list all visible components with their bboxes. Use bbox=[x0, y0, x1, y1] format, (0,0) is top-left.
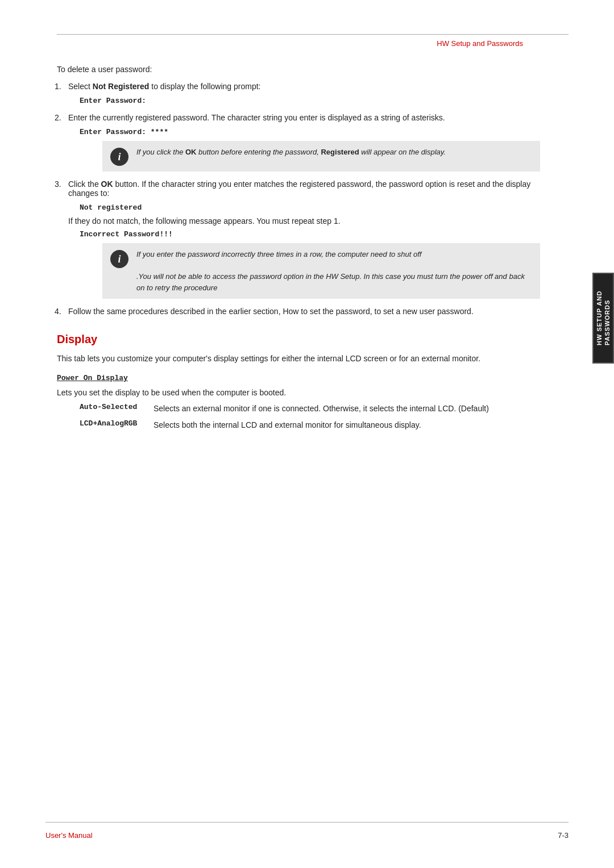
step-2-text: Enter the currently registered password.… bbox=[68, 113, 540, 122]
step-2-code: Enter Password: **** bbox=[80, 128, 540, 136]
info-icon-2: i bbox=[110, 250, 128, 268]
step-3-subtext: If they do not match, the following mess… bbox=[68, 216, 540, 226]
step-1: Select Not Registered to display the fol… bbox=[68, 82, 540, 105]
display-section-body: This tab lets you customize your compute… bbox=[57, 353, 540, 365]
page-container: HW Setup and Passwords HW SETUP ANDPASSW… bbox=[0, 0, 614, 868]
display-section-title: Display bbox=[57, 333, 540, 346]
incorrect-password-code: Incorrect Password!!! bbox=[80, 230, 540, 239]
step-1-bold: Not Registered bbox=[93, 82, 150, 91]
note-2-text: If you enter the password incorrectly th… bbox=[136, 249, 532, 293]
option-key-2: LCD+AnalogRGB bbox=[80, 419, 154, 428]
option-desc-2: Selects both the internal LCD and extern… bbox=[154, 419, 421, 431]
step-4: Follow the same procedures described in … bbox=[68, 307, 540, 316]
header-title: HW Setup and Passwords bbox=[57, 39, 569, 48]
info-icon-1: i bbox=[110, 148, 128, 166]
step-1-text: Select Not Registered to display the fol… bbox=[68, 82, 540, 91]
intro-text: To delete a user password: bbox=[57, 65, 540, 74]
power-on-display-title: Power On Display bbox=[57, 374, 540, 382]
main-content: To delete a user password: Select Not Re… bbox=[57, 65, 569, 431]
header-line bbox=[57, 34, 569, 35]
option-desc-1: Selects an external monitor if one is co… bbox=[154, 403, 489, 415]
step-3-text: Click the OK button. If the character st… bbox=[68, 180, 540, 198]
note-1-text: If you click the OK button before enteri… bbox=[136, 147, 446, 158]
options-table: Auto-Selected Selects an external monito… bbox=[80, 403, 540, 431]
note-1-italic: If you click the OK button before enteri… bbox=[136, 148, 446, 156]
footer-right: 7-3 bbox=[558, 831, 569, 840]
footer-line bbox=[45, 822, 569, 823]
note-box-1: i If you click the OK button before ente… bbox=[102, 141, 540, 172]
option-row-2: LCD+AnalogRGB Selects both the internal … bbox=[80, 419, 540, 431]
step-1-code: Enter Password: bbox=[80, 97, 540, 105]
step-4-text: Follow the same procedures described in … bbox=[68, 307, 540, 316]
power-on-display-intro: Lets you set the display to be used when… bbox=[57, 388, 540, 397]
steps-list: Select Not Registered to display the fol… bbox=[68, 82, 540, 316]
note-box-2: i If you enter the password incorrectly … bbox=[102, 243, 540, 299]
side-tab: HW SETUP ANDPASSWORDS bbox=[592, 273, 614, 364]
side-tab-text: HW SETUP ANDPASSWORDS bbox=[595, 291, 612, 345]
step-3-ok-bold: OK bbox=[101, 180, 113, 189]
step-2: Enter the currently registered password.… bbox=[68, 113, 540, 172]
option-row-1: Auto-Selected Selects an external monito… bbox=[80, 403, 540, 415]
note-2-line1: If you enter the password incorrectly th… bbox=[136, 250, 421, 258]
note-1-registered-bold: Registered bbox=[321, 148, 359, 156]
footer-content: User's Manual 7-3 bbox=[45, 831, 569, 840]
note-2-line2: .You will not be able to access the pass… bbox=[136, 272, 525, 292]
footer-left: User's Manual bbox=[45, 831, 93, 840]
note-1-ok-bold: OK bbox=[185, 148, 197, 156]
step-3: Click the OK button. If the character st… bbox=[68, 180, 540, 299]
not-registered-code: Not registered bbox=[80, 203, 540, 212]
option-key-1: Auto-Selected bbox=[80, 403, 154, 411]
